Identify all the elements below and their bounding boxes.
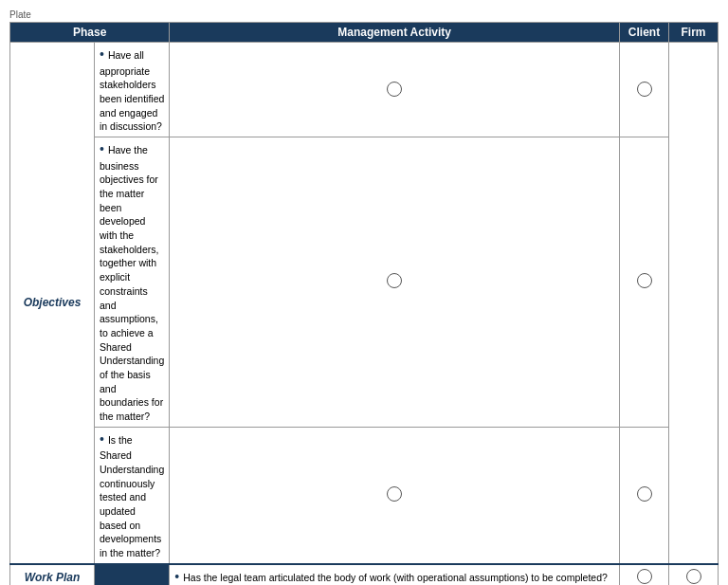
bullet-icon: • (174, 569, 179, 584)
phase-header: Phase (10, 23, 170, 43)
objectives-client-3[interactable] (170, 427, 620, 564)
workplan-phase-cell: Work Plan Work THINK TRIANGLE (10, 564, 95, 585)
firm-header: Firm (669, 23, 719, 43)
activity-header: Management Activity (170, 23, 620, 43)
objectives-firm-1[interactable] (620, 43, 669, 137)
objectives-row-1: Objectives •Have all appropriate stakeho… (10, 43, 719, 137)
work-activity-1: •Has the legal team articulated the body… (170, 564, 620, 585)
bullet-icon: • (100, 46, 104, 62)
work-client-1[interactable] (620, 564, 669, 585)
objectives-activity-2: •Have the business objectives for the ma… (95, 137, 170, 428)
objectives-firm-2[interactable] (620, 137, 669, 428)
work-subphase-cell: Work (95, 564, 170, 585)
objectives-row-2: •Have the business objectives for the ma… (10, 137, 719, 428)
bullet-icon: • (100, 431, 104, 447)
bullet-icon: • (100, 141, 104, 156)
main-table: Phase Management Activity Client Firm Ob… (9, 22, 719, 585)
workplan-work-row-1: Work Plan Work THINK TRIANGLE (10, 564, 719, 585)
objectives-phase-cell: Objectives (10, 43, 95, 564)
objectives-activity-1: •Have all appropriate stakeholders been … (95, 43, 170, 137)
plate-label: Plate (9, 9, 31, 20)
objectives-firm-3[interactable] (620, 427, 669, 564)
client-header: Client (620, 23, 669, 43)
objectives-client-2[interactable] (170, 137, 620, 428)
objectives-row-3: •Is the Shared Understanding continuousl… (10, 427, 719, 564)
work-firm-1[interactable] (669, 564, 719, 585)
objectives-client-1[interactable] (170, 43, 620, 137)
objectives-activity-3: •Is the Shared Understanding continuousl… (95, 427, 170, 564)
